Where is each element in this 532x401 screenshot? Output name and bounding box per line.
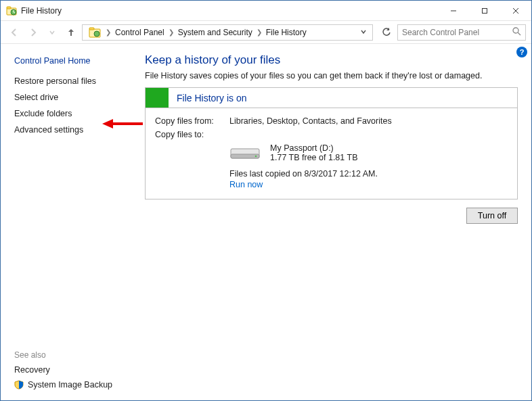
see-also-recovery[interactable]: Recovery xyxy=(14,365,134,375)
see-also-header: See also xyxy=(14,350,134,360)
shield-icon xyxy=(14,380,24,390)
control-panel-home-link[interactable]: Control Panel Home xyxy=(14,56,134,66)
copy-from-value: Libraries, Desktop, Contacts, and Favori… xyxy=(229,116,392,126)
refresh-button[interactable] xyxy=(378,24,395,41)
up-button[interactable] xyxy=(63,24,79,41)
search-placeholder: Search Control Panel xyxy=(402,28,479,37)
status-panel-title: File History is on xyxy=(169,93,246,103)
last-copied-text: Files last copied on 8/3/2017 12:12 AM. xyxy=(229,169,508,179)
status-panel-body: Copy files from: Libraries, Desktop, Con… xyxy=(146,108,517,199)
window-title: File History xyxy=(21,6,438,16)
page-subtext: File History saves copies of your files … xyxy=(145,71,518,80)
svg-rect-8 xyxy=(89,28,94,30)
hard-drive-icon xyxy=(229,143,261,162)
see-also-system-image-backup[interactable]: System Image Backup xyxy=(14,380,134,390)
search-icon xyxy=(512,27,521,38)
breadcrumb-file-history[interactable]: File History xyxy=(265,28,308,37)
status-panel-header: File History is on xyxy=(146,88,517,108)
navigation-bar: ❯ Control Panel ❯ System and Security ❯ … xyxy=(1,21,531,44)
breadcrumb-control-panel[interactable]: Control Panel xyxy=(114,28,166,37)
copy-from-label: Copy files from: xyxy=(155,116,229,126)
button-row: Turn off xyxy=(145,208,518,224)
drive-free-space: 1.77 TB free of 1.81 TB xyxy=(270,153,357,162)
run-now-link[interactable]: Run now xyxy=(229,180,263,189)
svg-line-11 xyxy=(518,32,520,35)
copy-to-label: Copy files to: xyxy=(155,130,229,139)
chevron-right-icon: ❯ xyxy=(103,28,114,36)
page-heading: Keep a history of your files xyxy=(145,53,518,67)
sidebar-link-advanced-settings[interactable]: Advanced settings xyxy=(14,125,134,135)
address-dropdown-button[interactable] xyxy=(356,28,371,37)
search-input[interactable]: Search Control Panel xyxy=(397,24,526,41)
sidebar-link-select-drive[interactable]: Select drive xyxy=(14,93,134,102)
drive-name: My Passport (D:) xyxy=(270,143,357,153)
main-content: Keep a history of your files File Histor… xyxy=(139,44,531,400)
sidebar-link-restore-files[interactable]: Restore personal files xyxy=(14,76,134,86)
turn-off-button[interactable]: Turn off xyxy=(466,208,518,224)
breadcrumb-system-security[interactable]: System and Security xyxy=(177,28,254,37)
chevron-right-icon: ❯ xyxy=(254,28,265,36)
back-button[interactable] xyxy=(6,24,22,41)
chevron-right-icon: ❯ xyxy=(166,28,177,36)
minimize-button[interactable] xyxy=(438,1,469,20)
window-frame: File History ❯ Control Panel ❯ System a xyxy=(0,0,532,401)
window-controls xyxy=(438,1,531,20)
control-panel-icon xyxy=(88,26,102,39)
svg-rect-4 xyxy=(483,8,487,13)
file-history-app-icon xyxy=(6,5,17,16)
close-button[interactable] xyxy=(500,1,531,20)
svg-point-9 xyxy=(94,31,99,37)
svg-rect-1 xyxy=(7,7,11,9)
sidebar: Control Panel Home Restore personal file… xyxy=(1,44,139,400)
forward-button[interactable] xyxy=(25,24,41,41)
sidebar-link-exclude-folders[interactable]: Exclude folders xyxy=(14,109,134,118)
title-bar: File History xyxy=(1,1,531,21)
maximize-button[interactable] xyxy=(469,1,500,20)
status-panel: File History is on Copy files from: Libr… xyxy=(145,87,518,199)
recent-dropdown-button[interactable] xyxy=(44,24,60,41)
svg-point-10 xyxy=(513,28,518,33)
content-body: ? Control Panel Home Restore personal fi… xyxy=(1,44,531,400)
svg-point-16 xyxy=(255,156,257,158)
address-bar[interactable]: ❯ Control Panel ❯ System and Security ❯ … xyxy=(82,24,373,41)
status-on-indicator-icon xyxy=(146,88,169,108)
